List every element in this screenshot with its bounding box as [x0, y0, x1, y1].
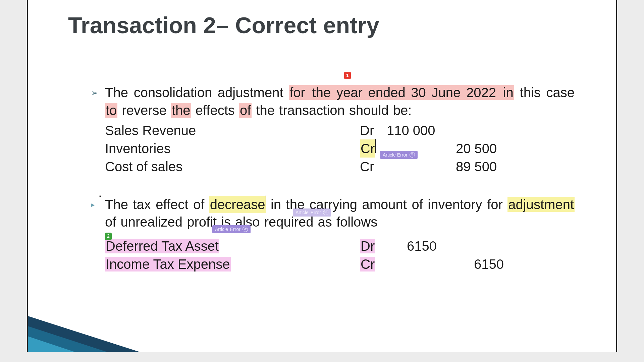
- text: effects: [191, 103, 239, 118]
- refresh-icon: ⟳: [410, 152, 415, 158]
- account-name: Cost of sales: [105, 158, 360, 176]
- text: the transaction should be:: [252, 103, 412, 118]
- note-badge-2[interactable]: 2: [105, 233, 112, 240]
- text: this case: [514, 85, 575, 100]
- text: reverse: [117, 103, 171, 118]
- grammar-tag-article-error[interactable]: Article Error ⟳: [212, 225, 251, 233]
- drcr: Cr: [360, 158, 387, 176]
- slide-page: Transaction 2– Correct entry ➢ 1 The con…: [27, 0, 617, 352]
- account-name: Inventories: [105, 139, 360, 158]
- amount-dr: 110 000: [387, 121, 454, 139]
- entry-row: Inventories Cr 20 500 Article Error ⟳: [105, 139, 575, 158]
- highlighted-word-in: in: [502, 85, 514, 100]
- highlighted-word-adjustment: adjustment: [507, 197, 575, 212]
- grammar-tag-label: Article Error: [383, 152, 408, 158]
- grammar-tag-article-error[interactable]: Article Error ⟳: [380, 151, 418, 159]
- highlighted-drcr: Dr: [360, 239, 375, 253]
- slide-content: ➢ 1 The consolidation adjustment for the…: [105, 84, 575, 285]
- drcr: Dr: [360, 237, 387, 255]
- para-1: The consolidation adjustment for the yea…: [105, 84, 575, 119]
- text: The tax effect of: [105, 197, 209, 212]
- bullet-2: . ▸ The tax effect of decrease in the ca…: [105, 196, 575, 274]
- grammar-tag-label: Article Error: [296, 209, 321, 216]
- journal-entries-1: Sales Revenue Dr 110 000 Inventories Cr …: [105, 121, 575, 176]
- account-name: Sales Revenue: [105, 121, 360, 139]
- amount-cr: 20 500: [454, 139, 521, 158]
- highlighted-words: the year ended 30 June 2022: [306, 85, 502, 100]
- note-badge-1[interactable]: 1: [344, 72, 351, 79]
- entry-row: Deferred Tax Asset Dr 6150: [105, 237, 575, 255]
- entry-row: Income Tax Expense Cr 6150: [105, 255, 575, 273]
- chevron-right-icon: ➢: [91, 87, 98, 99]
- amount-cr: 6150: [454, 255, 521, 273]
- amount-cr: 89 500: [454, 158, 521, 176]
- viewport: Transaction 2– Correct entry ➢ 1 The con…: [0, 0, 644, 362]
- stray-dot: .: [98, 184, 102, 201]
- slide-title: Transaction 2– Correct entry: [68, 12, 379, 38]
- grammar-tag-label: Article Error: [215, 226, 240, 232]
- account-name: Income Tax Expense: [105, 255, 360, 273]
- highlighted-word-the: the: [171, 103, 191, 118]
- highlighted-word-of: of: [239, 103, 252, 118]
- drcr: Cr: [360, 255, 387, 273]
- highlighted-drcr: Cr: [360, 257, 375, 272]
- bullet-1: ➢ 1 The consolidation adjustment for the…: [105, 84, 575, 176]
- entry-row: Sales Revenue Dr 110 000: [105, 121, 575, 139]
- highlighted-drcr: Cr: [360, 139, 375, 158]
- drcr: Dr: [360, 121, 387, 139]
- grammar-tag-article-error[interactable]: Article Error ⟳: [293, 208, 331, 217]
- highlighted-account: Income Tax Expense: [105, 257, 231, 272]
- account-name: Deferred Tax Asset: [105, 237, 360, 255]
- highlighted-word-decrease: decrease: [209, 196, 266, 214]
- triangle-right-icon: ▸: [91, 200, 95, 209]
- highlighted-word-for: for: [289, 85, 306, 100]
- text: The consolidation adjustment: [105, 85, 289, 100]
- para-2: The tax effect of decrease in the carryi…: [105, 196, 575, 231]
- journal-entries-2: Deferred Tax Asset Dr 6150 Income Tax Ex…: [105, 237, 575, 273]
- amount-dr: 6150: [387, 237, 454, 255]
- highlighted-word-to: to: [105, 103, 117, 118]
- highlighted-account: Deferred Tax Asset: [105, 239, 219, 253]
- refresh-icon: ⟳: [243, 227, 248, 232]
- slide-corner-decoration: [28, 312, 202, 352]
- refresh-icon: ⟳: [323, 210, 328, 215]
- entry-row: Cost of sales Cr 89 500: [105, 158, 575, 176]
